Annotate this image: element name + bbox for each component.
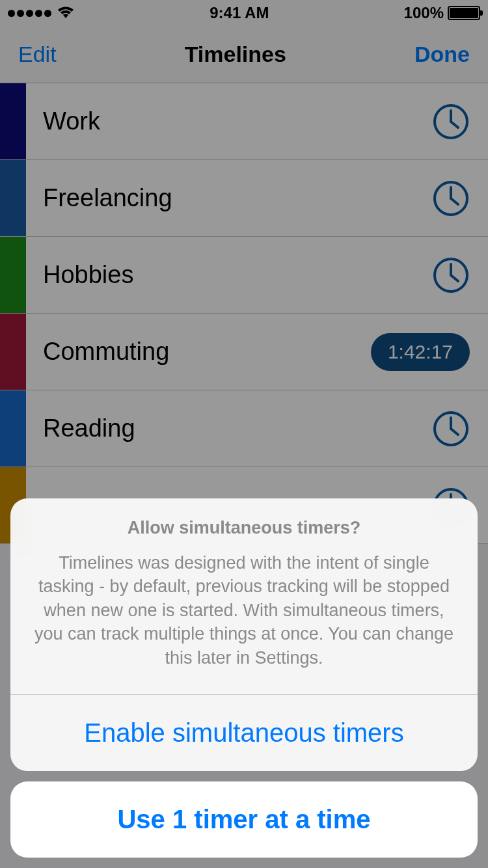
action-sheet-header: Allow simultaneous timers? Timelines was… — [10, 498, 478, 694]
action-sheet-title: Allow simultaneous timers? — [30, 518, 458, 538]
enable-simultaneous-button[interactable]: Enable simultaneous timers — [10, 695, 478, 771]
action-sheet: Allow simultaneous timers? Timelines was… — [10, 498, 478, 858]
action-sheet-message: Timelines was designed with the intent o… — [30, 551, 458, 670]
app-screen: 9:41 AM 100% Edit Timelines Done WorkFre… — [0, 0, 488, 868]
use-one-timer-button[interactable]: Use 1 timer at a time — [10, 781, 478, 858]
action-sheet-main: Allow simultaneous timers? Timelines was… — [10, 498, 478, 771]
